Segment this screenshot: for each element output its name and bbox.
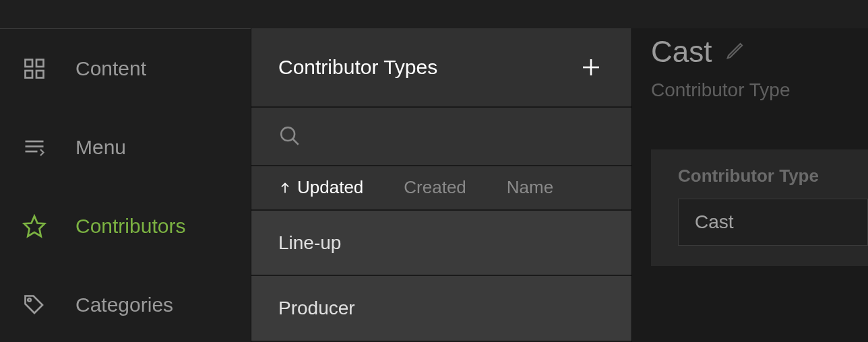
contributor-type-input[interactable]: Cast <box>678 199 868 246</box>
sidebar-item-label: Content <box>75 57 146 80</box>
detail-panel: Cast Contributor Type Contributor Type C… <box>632 28 868 342</box>
list-item[interactable]: Producer <box>251 276 631 342</box>
pencil-icon <box>725 40 745 61</box>
sidebar-item-content[interactable]: Content <box>0 29 251 108</box>
sort-col-name[interactable]: Name <box>507 177 553 198</box>
sort-col-label: Name <box>507 177 553 198</box>
detail-title-row: Cast <box>651 35 868 69</box>
edit-button[interactable] <box>725 40 745 63</box>
add-button[interactable] <box>578 54 604 81</box>
list-item-label: Producer <box>278 298 355 319</box>
svg-line-12 <box>292 139 299 145</box>
sidebar: Content Menu Contributors <box>0 28 251 342</box>
search-icon <box>278 125 301 147</box>
sort-col-created[interactable]: Created <box>404 177 466 198</box>
svg-rect-0 <box>26 59 33 67</box>
svg-point-11 <box>281 128 294 141</box>
search-row[interactable] <box>251 108 631 167</box>
panel-header: Contributor Types <box>251 28 631 108</box>
top-bar <box>0 0 868 28</box>
sidebar-item-contributors[interactable]: Contributors <box>0 186 251 265</box>
field-group: Contributor Type Cast <box>651 149 868 266</box>
star-icon <box>20 212 49 240</box>
panel-title: Contributor Types <box>278 56 437 79</box>
svg-rect-2 <box>26 71 33 78</box>
sidebar-item-label: Menu <box>75 136 126 159</box>
sidebar-item-label: Categories <box>75 294 173 316</box>
svg-marker-7 <box>24 216 44 236</box>
plus-icon <box>580 57 602 78</box>
detail-title: Cast <box>651 35 712 69</box>
sidebar-item-label: Contributors <box>75 215 185 238</box>
sort-col-label: Created <box>404 177 466 198</box>
sort-col-updated[interactable]: Updated <box>278 177 363 198</box>
main-layout: Content Menu Contributors <box>0 28 868 342</box>
grid-icon <box>20 55 49 83</box>
arrow-up-icon <box>278 179 292 197</box>
list-item-label: Line-up <box>278 232 341 254</box>
sort-col-label: Updated <box>297 177 363 198</box>
sort-header: Updated Created Name <box>251 166 631 211</box>
svg-rect-3 <box>36 71 44 78</box>
detail-subtitle: Contributor Type <box>651 79 868 101</box>
list-icon <box>20 133 49 162</box>
svg-point-8 <box>28 298 31 302</box>
svg-rect-1 <box>36 59 44 67</box>
list-item[interactable]: Line-up <box>251 211 631 277</box>
sidebar-item-menu[interactable]: Menu <box>0 108 251 186</box>
sidebar-item-categories[interactable]: Categories <box>0 265 251 342</box>
list-panel: Contributor Types Updated Cr <box>251 28 632 342</box>
field-label: Contributor Type <box>678 166 868 186</box>
tag-icon <box>20 291 49 319</box>
